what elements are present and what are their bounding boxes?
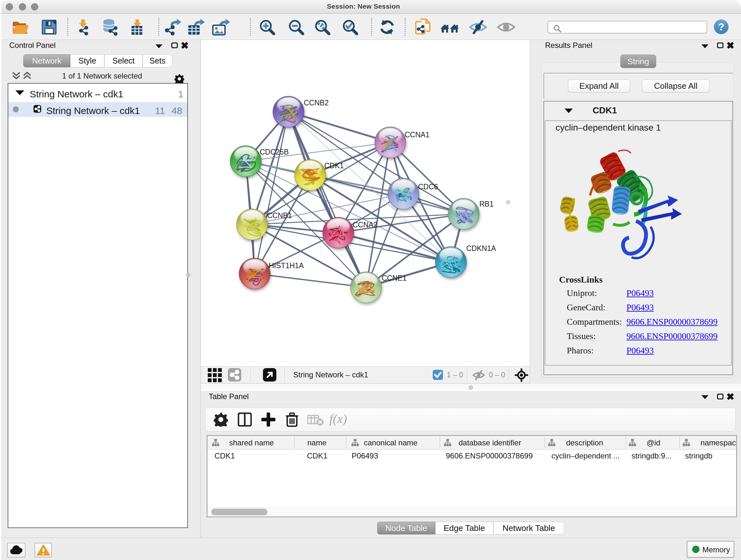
- svg-text:CCNA1: CCNA1: [405, 131, 429, 139]
- svg-text:CCNB1: CCNB1: [267, 211, 292, 220]
- svg-text:HIST1H1A: HIST1H1A: [269, 261, 304, 270]
- svg-text:CDK1: CDK1: [324, 162, 344, 170]
- svg-text:CDC6: CDC6: [418, 183, 438, 191]
- svg-text:CCNA2: CCNA2: [353, 221, 378, 229]
- svg-text:CDKN1A: CDKN1A: [466, 244, 496, 253]
- svg-text:CDC25B: CDC25B: [260, 148, 289, 156]
- svg-text:CCNE1: CCNE1: [382, 274, 407, 282]
- svg-text:CCNB2: CCNB2: [304, 99, 329, 107]
- svg-text:RB1: RB1: [479, 200, 494, 208]
